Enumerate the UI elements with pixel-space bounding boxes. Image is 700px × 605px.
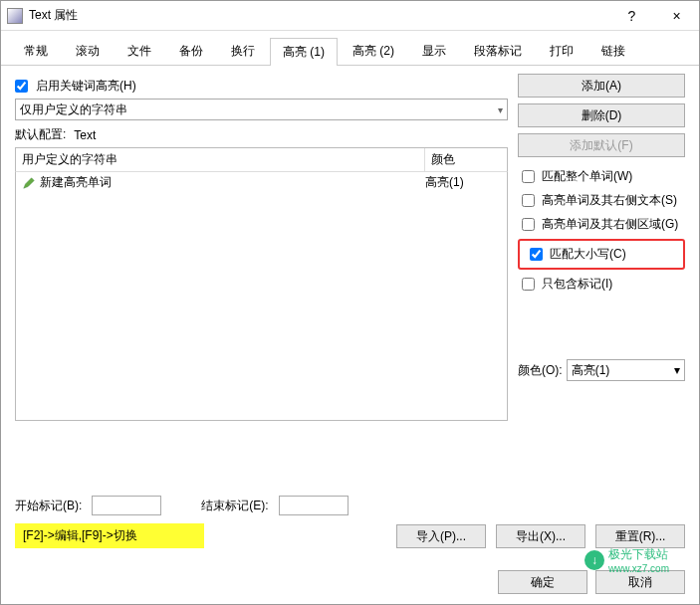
import-button[interactable]: 导入(P)... [396,524,486,548]
enable-highlight-checkbox[interactable]: 启用关键词高亮(H) [15,78,508,95]
tab-general[interactable]: 常规 [11,37,61,65]
pencil-icon [22,176,36,190]
list-header: 用户定义的字符串 颜色 [15,147,508,172]
color-select-row: 颜色(O): 高亮(1) ▾ [518,359,685,381]
opt-match-case-label: 匹配大小写(C) [550,246,626,263]
dialog-window: Text 属性 ? × 常规 滚动 文件 备份 换行 高亮 (1) 高亮 (2)… [0,0,700,605]
tab-highlight-2[interactable]: 高亮 (2) [340,37,407,65]
mode-select-value: 仅用户定义的字符串 [20,101,127,118]
tab-bar: 常规 滚动 文件 备份 换行 高亮 (1) 高亮 (2) 显示 段落标记 打印 … [1,31,699,66]
opt-right-text[interactable]: 高亮单词及其右侧文本(S) [518,191,685,210]
tab-link[interactable]: 链接 [588,37,638,65]
list-item-color: 高亮(1) [425,174,501,191]
help-button[interactable]: ? [609,2,654,30]
delete-button[interactable]: 删除(D) [518,103,685,127]
add-default-button[interactable]: 添加默认(F) [518,133,685,157]
opt-tags-only-label: 只包含标记(I) [542,276,612,293]
tab-highlight-1[interactable]: 高亮 (1) [270,38,338,66]
options-group: 匹配整个单词(W) 高亮单词及其右侧文本(S) 高亮单词及其右侧区域(G) 匹配… [518,167,685,294]
end-marker-input[interactable] [279,496,349,515]
app-icon [7,8,23,24]
list-item-text: 新建高亮单词 [40,174,425,191]
chevron-down-icon: ▾ [498,104,503,115]
color-select[interactable]: 高亮(1) ▾ [567,359,685,381]
shortcut-hint: [F2]->编辑,[F9]->切换 [15,523,204,548]
export-button[interactable]: 导出(X)... [496,524,585,548]
opt-match-case-input[interactable] [530,248,543,261]
tab-print[interactable]: 打印 [537,37,586,65]
list-header-col2[interactable]: 颜色 [425,148,507,171]
opt-whole-word[interactable]: 匹配整个单词(W) [518,167,685,186]
chevron-down-icon: ▾ [674,363,680,377]
tab-backup[interactable]: 备份 [166,37,216,65]
opt-right-text-label: 高亮单词及其右侧文本(S) [542,192,677,209]
tab-scroll[interactable]: 滚动 [63,37,113,65]
opt-tags-only[interactable]: 只包含标记(I) [518,275,685,294]
mode-select[interactable]: 仅用户定义的字符串 ▾ [15,99,508,120]
opt-right-region-label: 高亮单词及其右侧区域(G) [542,216,678,233]
enable-highlight-input[interactable] [15,80,28,93]
start-marker-label: 开始标记(B): [15,498,82,514]
add-button[interactable]: 添加(A) [518,74,685,98]
default-config-value: Text [74,128,96,142]
opt-whole-word-input[interactable] [522,170,535,183]
titlebar: Text 属性 ? × [1,1,699,31]
close-button[interactable]: × [654,2,699,30]
download-icon: ↓ [584,550,604,570]
tab-wrap[interactable]: 换行 [218,37,268,65]
tab-file[interactable]: 文件 [115,37,164,65]
opt-right-region-input[interactable] [522,218,535,231]
bottom-button-row: 导入(P)... 导出(X)... 重置(R)... [396,524,685,548]
opt-right-region[interactable]: 高亮单词及其右侧区域(G) [518,215,685,234]
footer-buttons: 确定 取消 [498,570,685,594]
window-title: Text 属性 [29,7,609,24]
end-marker-label: 结束标记(E): [201,498,268,514]
opt-whole-word-label: 匹配整个单词(W) [542,168,632,185]
list-header-col1[interactable]: 用户定义的字符串 [16,148,425,171]
list-item[interactable]: 新建高亮单词 高亮(1) [16,172,507,193]
cancel-button[interactable]: 取消 [595,570,685,594]
content-area: 启用关键词高亮(H) 仅用户定义的字符串 ▾ 默认配置: Text 用户定义的字… [1,66,699,429]
color-select-value: 高亮(1) [572,362,610,379]
default-config-label: 默认配置: [15,126,66,143]
opt-tags-only-input[interactable] [522,278,535,291]
opt-right-text-input[interactable] [522,194,535,207]
tab-paragraph[interactable]: 段落标记 [461,37,535,65]
enable-highlight-label: 启用关键词高亮(H) [36,78,136,95]
start-marker-input[interactable] [92,496,161,515]
opt-match-case[interactable]: 匹配大小写(C) [518,239,685,270]
color-select-label: 颜色(O): [518,362,563,379]
ok-button[interactable]: 确定 [498,570,587,594]
watermark-line1: 极光下载站 [608,546,669,563]
reset-button[interactable]: 重置(R)... [595,524,685,548]
tab-display[interactable]: 显示 [409,37,459,65]
highlight-list[interactable]: 新建高亮单词 高亮(1) [15,172,508,421]
